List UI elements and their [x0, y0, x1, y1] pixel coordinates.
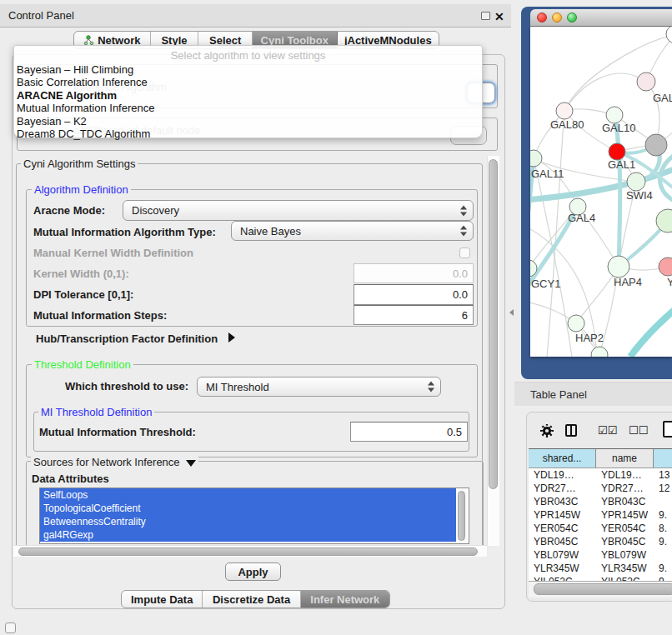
hub-expand-icon[interactable] [228, 332, 235, 342]
tab-infer-network[interactable]: Infer Network [301, 591, 389, 608]
network-canvas[interactable]: GAL7GAL80GAL10GAL1GAL11SWI4GAL4GCY1HAP4Y… [530, 27, 672, 357]
algorithm-option[interactable]: Bayesian – Hill Climbing [17, 63, 479, 76]
node-gal1[interactable] [609, 143, 625, 160]
table-row[interactable]: YLR345WYLR345W9. [529, 562, 672, 575]
apply-button[interactable]: Apply [225, 562, 281, 581]
algorithm-option[interactable]: Bayesian – K2 [17, 115, 479, 128]
node-gal10[interactable] [606, 107, 623, 123]
deselect-all-checkboxes-icon[interactable]: ☐☐ [629, 424, 648, 437]
columns-icon[interactable] [565, 424, 577, 437]
table-cell: 9. [654, 508, 672, 522]
minimize-traffic-light[interactable] [552, 12, 562, 22]
table-hscrollbar-thumb[interactable] [534, 583, 672, 595]
table-cell: YDL19… [529, 468, 596, 482]
manual-kernel-checkbox[interactable] [459, 248, 470, 258]
node-gal80[interactable] [556, 102, 573, 119]
mi-threshold-field[interactable]: 0.5 [350, 422, 468, 442]
dpi-tolerance-field[interactable]: 0.0 [354, 284, 474, 305]
aracne-mode-value: Discovery [132, 204, 179, 217]
list-scrollbar-thumb[interactable] [458, 491, 465, 541]
hub-definition-label[interactable]: Hub/Transcription Factor Definition [36, 332, 218, 345]
algorithm-option[interactable]: Dream8 DC_TDC Algorithm [17, 128, 479, 140]
node-gal11-label: GAL11 [531, 168, 564, 180]
node-hap4[interactable] [608, 256, 629, 278]
table-hscrollbar-track[interactable] [529, 581, 672, 598]
column-header[interactable]: shared... [529, 449, 596, 468]
new-table-icon[interactable] [663, 421, 672, 438]
node-swi4[interactable] [627, 172, 645, 191]
tab-impute-data[interactable]: Impute Data [122, 591, 203, 608]
algorithm-option[interactable]: Mutual Information Inference [17, 102, 479, 114]
column-header[interactable]: name [596, 449, 654, 468]
sources-collapse-icon[interactable] [186, 460, 196, 467]
list-scrollbar-track[interactable] [458, 489, 467, 542]
gear-icon[interactable] [539, 423, 554, 438]
node-table[interactable]: shared...nameA YDL19…YDL19…13YDR27…YDR27… [529, 448, 672, 581]
attribute-item[interactable]: TopologicalCoefficient [40, 502, 456, 515]
select-all-checkboxes-icon[interactable]: ☑☑ [598, 424, 617, 437]
mi-type-label: Mutual Information Algorithm Type: [33, 226, 216, 238]
kernel-width-field[interactable]: 0.0 [354, 263, 474, 283]
attribute-item[interactable]: BetweennessCentrality [40, 515, 456, 528]
which-threshold-select[interactable]: MI Threshold [197, 377, 441, 397]
mi-type-select[interactable]: Naive Bayes [231, 221, 474, 241]
node-edge-top[interactable] [666, 27, 672, 43]
column-header[interactable]: A [654, 449, 672, 468]
table-cell: YDL19… [596, 468, 654, 482]
close-traffic-light[interactable] [537, 12, 547, 22]
table-cell: YBR043C [529, 495, 596, 508]
mi-threshold-title: MI Threshold Definition [38, 406, 154, 418]
table-row[interactable]: YBR043CYBR043C [529, 495, 672, 508]
mi-steps-field[interactable]: 6 [354, 305, 474, 325]
table-cell: YER054C [596, 522, 654, 535]
algorithm-definition-title: Algorithm Definition [32, 183, 131, 196]
table-row[interactable]: YDR27…YDR27…12 [529, 482, 672, 495]
network-window-titlebar[interactable] [530, 9, 672, 27]
stepper-arrows-icon [428, 382, 434, 392]
sources-title-text: Sources for Network Inference [33, 456, 180, 468]
close-icon[interactable]: ✕ [494, 10, 504, 23]
table-row[interactable]: YPR145WYPR145W9. [529, 508, 672, 522]
node-gray[interactable] [645, 134, 667, 156]
table-cell: 12 [654, 482, 672, 495]
table-cell: YLR345W [596, 562, 654, 575]
aracne-mode-select[interactable]: Discovery [123, 200, 474, 221]
settings-hscrollbar-thumb[interactable] [18, 548, 478, 556]
table-row[interactable]: YBL079WYBL079W [529, 548, 672, 562]
table-row[interactable]: YDL19…YDL19…13 [529, 468, 672, 482]
table-panel-title: Table Panel [530, 388, 587, 401]
data-attributes-label: Data Attributes [32, 472, 109, 485]
settings-hscrollbar-track[interactable] [13, 545, 487, 557]
node-gal7-label: GAL7 [653, 92, 672, 104]
corner-window-icon[interactable] [5, 622, 16, 633]
zoom-traffic-light[interactable] [567, 12, 577, 22]
attribute-item[interactable]: gal4RGexp [40, 528, 456, 542]
node-big-green[interactable] [656, 209, 672, 232]
aracne-mode-label: Aracne Mode: [33, 204, 105, 217]
algorithm-option[interactable]: Basic Correlation Inference [17, 76, 479, 88]
splitter-collapse-icon[interactable] [509, 309, 514, 316]
node-gal4-label: GAL4 [568, 212, 595, 224]
node-bottom[interactable] [591, 347, 608, 357]
node-gal7[interactable] [637, 72, 655, 91]
node-gal11[interactable] [530, 150, 542, 167]
table-row[interactable]: YBR045CYBR045C9. [529, 535, 672, 548]
table-cell: YBL079W [529, 548, 596, 562]
settings-vscrollbar-track[interactable] [487, 156, 499, 546]
table-cell [654, 548, 672, 562]
algorithm-option[interactable]: ARACNE Algorithm [17, 89, 479, 102]
node-swi4-label: SWI4 [626, 189, 653, 202]
node-hap2[interactable] [568, 315, 584, 332]
float-icon[interactable] [481, 12, 490, 20]
stepper-arrows-icon [460, 226, 467, 237]
data-attributes-list[interactable]: SelfLoopsTopologicalCoefficientBetweenne… [39, 488, 469, 544]
table-row[interactable]: YIL052CYIL052C9. [529, 575, 672, 581]
network-edge [530, 302, 599, 355]
node-y[interactable] [659, 258, 672, 276]
tab-discretize-data[interactable]: Discretize Data [203, 591, 300, 608]
node-gcy1-label: GCY1 [531, 278, 560, 290]
which-threshold-label: Which threshold to use: [65, 380, 188, 392]
settings-vscrollbar-thumb[interactable] [489, 159, 498, 489]
attribute-item[interactable]: SelfLoops [40, 488, 456, 502]
table-row[interactable]: YER054CYER054C8. [529, 522, 672, 535]
